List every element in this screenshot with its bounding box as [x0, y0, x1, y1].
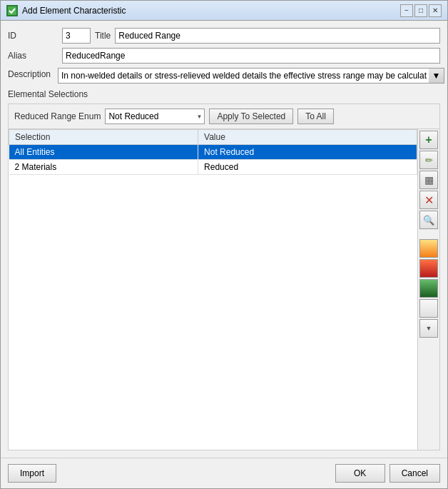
table-area: Selection Value All Entities Not Reduced… [9, 129, 439, 450]
alias-label: Alias [8, 51, 58, 61]
id-label: ID [8, 31, 58, 41]
ok-button[interactable]: OK [335, 464, 385, 483]
enum-select[interactable]: Not Reduced Reduced [105, 109, 205, 124]
col-value-header: Value [198, 130, 417, 145]
content-area: ID Title Alias Description In non-welded… [1, 21, 447, 458]
elemental-section-label: Elemental Selections [8, 89, 440, 99]
table-wrap: Selection Value All Entities Not Reduced… [9, 129, 417, 450]
import-button[interactable]: Import [8, 464, 56, 483]
color-button-2[interactable] [419, 259, 438, 278]
to-all-button[interactable]: To All [297, 109, 334, 124]
footer-right-buttons: OK Cancel [335, 464, 440, 483]
add-button[interactable]: + [419, 131, 438, 149]
description-field[interactable]: In non-welded details or stress-relieved… [58, 68, 444, 84]
minimize-button[interactable]: − [400, 4, 413, 17]
edit-button[interactable]: ✏ [419, 151, 438, 169]
enum-label: Reduced Range Enum [14, 111, 101, 121]
cell-value: Not Reduced [198, 145, 417, 160]
elemental-header: Reduced Range Enum Not Reduced Reduced A… [9, 104, 439, 129]
id-title-row: ID Title [8, 28, 440, 44]
search-button[interactable]: 🔍 [419, 211, 438, 229]
description-label: Description [8, 68, 58, 84]
cell-selection: All Entities [9, 145, 198, 160]
alias-row: Alias [8, 48, 440, 64]
titlebar-buttons: − □ ✕ [400, 4, 442, 17]
description-dropdown-button[interactable]: ▼ [429, 68, 444, 84]
enum-select-wrap: Not Reduced Reduced [105, 109, 205, 124]
col-selection-header: Selection [9, 130, 198, 145]
scroll-down-button[interactable]: ▼ [419, 319, 438, 338]
elemental-section: Reduced Range Enum Not Reduced Reduced A… [8, 104, 440, 450]
color-button-3[interactable] [419, 279, 438, 298]
description-row: Description In non-welded details or str… [8, 68, 440, 84]
table-body: All Entities Not Reduced 2 Materials Red… [9, 145, 417, 175]
title-field[interactable] [115, 28, 440, 44]
window-icon [6, 5, 18, 16]
data-table: Selection Value All Entities Not Reduced… [9, 129, 417, 175]
titlebar: Add Element Characteristic − □ ✕ [1, 1, 447, 21]
apply-to-selected-button[interactable]: Apply To Selected [209, 109, 293, 124]
blank-button[interactable] [419, 299, 438, 318]
table-header: Selection Value [9, 130, 417, 145]
table-row[interactable]: 2 Materials Reduced [9, 160, 417, 175]
id-field[interactable] [62, 28, 91, 44]
cell-value: Reduced [198, 160, 417, 175]
table-button[interactable]: ▦ [419, 171, 438, 189]
cell-selection: 2 Materials [9, 160, 198, 175]
cancel-button[interactable]: Cancel [390, 464, 440, 483]
window-title: Add Element Characteristic [22, 6, 400, 16]
maximize-button[interactable]: □ [414, 4, 427, 17]
alias-field[interactable] [62, 48, 440, 64]
table-row[interactable]: All Entities Not Reduced [9, 145, 417, 160]
title-label: Title [95, 31, 111, 41]
delete-button[interactable]: ✕ [419, 191, 438, 209]
close-button[interactable]: ✕ [429, 4, 442, 17]
color-button-1[interactable] [419, 239, 438, 258]
description-field-wrap: In non-welded details or stress-relieved… [58, 68, 444, 84]
main-window: Add Element Characteristic − □ ✕ ID Titl… [0, 0, 448, 489]
side-buttons: + ✏ ▦ ✕ 🔍 ▼ [417, 129, 439, 450]
footer: Import OK Cancel [1, 458, 447, 488]
